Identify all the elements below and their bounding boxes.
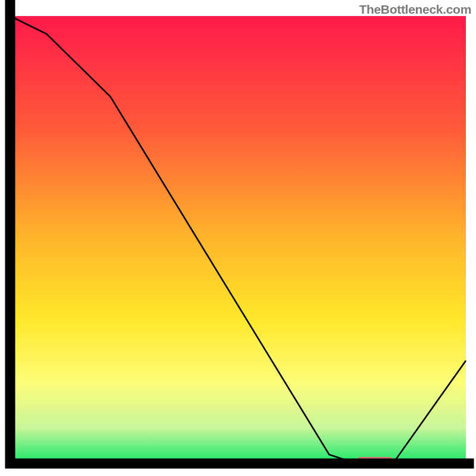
watermark-text: TheBottleneck.com [359,2,471,17]
chart-svg [0,0,476,476]
plot-background [10,16,466,464]
bottleneck-chart: TheBottleneck.com [0,0,476,476]
